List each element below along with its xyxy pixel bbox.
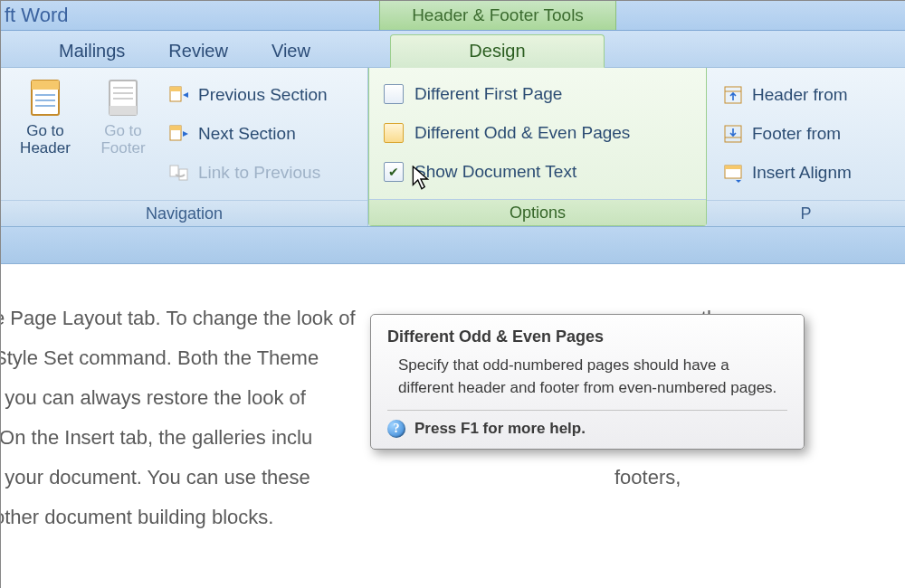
screentip-help-row: ? Press F1 for more help. [387,420,787,438]
next-section-button[interactable]: Next Section [167,117,328,151]
previous-section-button[interactable]: Previous Section [167,78,328,112]
screentip-title: Different Odd & Even Pages [387,327,787,346]
group-position: Header from Footer from Insert Alignm [707,68,905,226]
screentip: Different Odd & Even Pages Specify that … [370,314,805,450]
footer-position-icon [721,122,745,146]
screentip-body: Specify that odd-numbered pages should h… [387,354,787,399]
tab-design[interactable]: Design [390,34,605,68]
group-label-position: P [707,200,905,226]
link-to-previous-button[interactable]: Link to Previous [167,156,328,190]
different-first-page-checkbox[interactable]: Different First Page [384,76,630,112]
svg-rect-6 [110,106,137,115]
ribbon-tabstrip: Mailings Review View Design [1,31,905,68]
checkbox-icon [384,123,404,143]
previous-section-icon [167,83,191,107]
contextual-tools-tab: Header & Footer Tools [379,1,616,30]
svg-rect-1 [32,81,59,90]
help-icon: ? [387,420,405,438]
different-odd-even-checkbox[interactable]: Different Odd & Even Pages [384,115,630,151]
formula-bar-strip [1,227,905,264]
page-footer-icon [102,77,144,119]
ribbon: Go to Header Go to Footer [1,68,905,227]
tab-review[interactable]: Review [147,35,250,67]
header-position-icon [721,83,745,107]
tab-view[interactable]: View [250,35,332,67]
show-document-text-checkbox[interactable]: ✔ Show Document Text [384,154,630,190]
page-header-icon [24,77,66,119]
insert-alignment-tab-button[interactable]: Insert Alignm [721,156,852,190]
svg-rect-13 [170,126,181,130]
checkbox-checked-icon: ✔ [384,162,404,182]
link-to-previous-icon [167,161,191,185]
checkbox-icon [384,84,404,104]
svg-rect-21 [725,166,741,169]
svg-rect-11 [170,87,181,91]
next-section-icon [167,122,191,146]
header-from-top-button[interactable]: Header from [721,78,852,112]
tab-mailings[interactable]: Mailings [37,35,147,67]
group-options: Different First Page Different Odd & Eve… [368,67,707,226]
group-label-options: Options [369,199,706,225]
group-navigation: Go to Header Go to Footer [1,68,368,226]
footer-from-bottom-button[interactable]: Footer from [721,117,852,151]
alignment-tab-icon [721,161,745,185]
go-to-footer-button[interactable]: Go to Footer [84,71,162,196]
divider [387,410,787,411]
go-to-header-button[interactable]: Go to Header [6,71,84,196]
app-title-fragment: ft Word [5,4,69,27]
group-label-navigation: Navigation [1,200,367,226]
